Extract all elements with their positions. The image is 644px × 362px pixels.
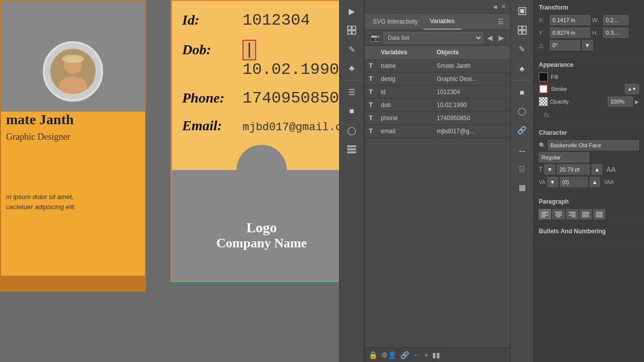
right-tool-layers[interactable]: ⚋ <box>513 140 531 158</box>
variables-table-container: Variables Objects T name Smate Janth T d… <box>365 46 510 347</box>
angle-dropdown-btn[interactable]: ▼ <box>582 40 593 50</box>
main-card-bottom: Logo Company Name <box>172 170 339 281</box>
right-tool-circle[interactable]: ◯ <box>513 102 531 120</box>
add-icon[interactable]: + <box>424 351 428 359</box>
svg-rect-4 <box>352 26 356 30</box>
right-tool-2[interactable] <box>513 21 531 39</box>
opacity-label: Opacity <box>550 99 606 105</box>
font-style-input[interactable] <box>539 152 589 162</box>
avatar <box>43 41 103 102</box>
transform-xy-row: X: W: <box>539 15 639 25</box>
font-name-input[interactable] <box>548 140 639 150</box>
w-input[interactable] <box>603 15 628 25</box>
panel-dataset-toolbar: 📷 Data Set ◀ ▶ <box>365 30 510 46</box>
dataset-dropdown[interactable]: Data Set <box>383 32 483 43</box>
tool-select[interactable]: ▶ <box>343 2 361 20</box>
panel-bottom-toolbar: 🔒 ⚙👤 🔗 ← + ▮▮ <box>365 347 510 362</box>
tool-circle[interactable]: ◯ <box>343 121 361 139</box>
justify-btn[interactable] <box>580 209 592 219</box>
stroke-swatch[interactable] <box>539 84 548 94</box>
link-icon[interactable]: 🔗 <box>400 351 409 359</box>
size-down-btn[interactable]: ▼ <box>544 164 555 174</box>
table-row[interactable]: T desig Graphic Desi... <box>365 72 510 85</box>
search-icon: 🔍 <box>539 142 546 149</box>
appearance-title: Appearance <box>539 61 639 68</box>
svg-rect-5 <box>348 31 351 34</box>
stroke-dropdown[interactable]: ▲▼ <box>625 84 639 94</box>
field-label-dob: Dob: <box>182 42 237 58</box>
var-object-cell: 1012304 <box>433 85 510 99</box>
paragraph-buttons <box>539 209 639 219</box>
opacity-input[interactable] <box>608 97 633 107</box>
font-size-input[interactable] <box>557 164 590 174</box>
kern-up-btn[interactable]: ▲ <box>590 177 600 187</box>
collapse-panel-btn[interactable]: ◀ <box>491 3 499 11</box>
h-input[interactable] <box>603 28 628 38</box>
right-tool-duplicate[interactable]: ▦ <box>513 178 531 197</box>
align-center-btn[interactable] <box>552 209 565 219</box>
var-object-cell: Smate Janth <box>433 59 510 72</box>
table-row[interactable]: T phone 1740950850 <box>365 112 510 125</box>
col-objects: Objects <box>433 46 510 59</box>
var-type-cell: T <box>365 125 377 138</box>
kern-icon2: VA​A <box>604 179 613 185</box>
tool-cursor[interactable]: ✎ <box>343 40 361 58</box>
close-panel-btn[interactable]: ✕ <box>499 1 508 12</box>
svg-rect-3 <box>348 26 351 30</box>
angle-input[interactable] <box>550 40 580 50</box>
tool-menu[interactable]: ☰ <box>343 83 361 101</box>
x-input[interactable] <box>550 15 590 25</box>
kern-down-btn[interactable]: ▼ <box>547 177 558 187</box>
lock-icon: 🔒 <box>369 351 377 359</box>
table-row[interactable]: T dob 10.02.1990 <box>365 99 510 112</box>
kern-row: VA ▼ ▲ VA​A <box>539 177 639 187</box>
svg-point-1 <box>59 76 87 94</box>
camera-icon: 📷 <box>369 33 381 43</box>
tab-variables[interactable]: Variables <box>424 14 460 30</box>
delete-icon[interactable]: ▮▮ <box>432 351 440 359</box>
transform-angle-row: △ ▼ <box>539 40 639 50</box>
tool-layers[interactable] <box>343 140 361 158</box>
left-card-title: Graphic Designer <box>6 132 70 142</box>
svg-point-2 <box>62 55 84 63</box>
character-title: Character <box>539 129 639 136</box>
tab-svg-interactivity[interactable]: SVG Interactivity <box>367 14 424 29</box>
align-left-btn[interactable] <box>539 209 551 219</box>
tool-club[interactable]: ♣ <box>343 59 361 77</box>
var-object-cell: Graphic Desi... <box>433 72 510 85</box>
tool-grid[interactable] <box>343 21 361 39</box>
kern-input[interactable] <box>560 177 588 187</box>
right-tool-cursor[interactable]: ✎ <box>513 40 531 58</box>
next-dataset-btn[interactable]: ▶ <box>497 33 506 43</box>
table-row[interactable]: T id 1012304 <box>365 85 510 99</box>
table-row[interactable]: T name Smate Janth <box>365 59 510 72</box>
bullets-section: Bullets And Numbering <box>534 224 644 243</box>
right-tool-link[interactable]: 🔗 <box>513 121 531 139</box>
tool-square[interactable]: ■ <box>343 102 361 120</box>
fx-label: fx. <box>539 109 639 121</box>
var-type-cell: T <box>365 72 377 85</box>
opacity-arrow[interactable]: ▶ <box>635 99 639 105</box>
right-tool-square[interactable]: ■ <box>513 83 531 101</box>
prev-dataset-btn[interactable]: ◀ <box>485 33 495 43</box>
panel-menu-icon[interactable]: ☰ <box>494 14 508 30</box>
stroke-label: Stroke <box>551 86 622 92</box>
font-style-row <box>539 152 639 162</box>
w-label: W: <box>592 17 601 23</box>
table-row[interactable]: T email mjbd017@g... <box>365 125 510 138</box>
align-right-btn[interactable] <box>566 209 578 219</box>
right-tool-1[interactable] <box>513 2 531 20</box>
fill-swatch[interactable] <box>539 72 548 81</box>
angle-label: △ <box>539 42 548 49</box>
size-up-btn[interactable]: ▲ <box>592 164 602 174</box>
back-icon[interactable]: ← <box>413 351 420 359</box>
dob-cursor-box: | <box>243 40 256 60</box>
justify-all-btn[interactable] <box>593 209 605 219</box>
y-input[interactable] <box>550 28 590 38</box>
settings-icon[interactable]: ⚙👤 <box>381 351 396 359</box>
right-tool-transform[interactable]: ⌺ <box>513 159 531 177</box>
right-tool-club[interactable]: ♣ <box>513 59 531 77</box>
field-id: Id: 1012304 <box>182 11 339 30</box>
card-profile-bump <box>236 145 287 195</box>
svg-rect-13 <box>523 26 526 30</box>
